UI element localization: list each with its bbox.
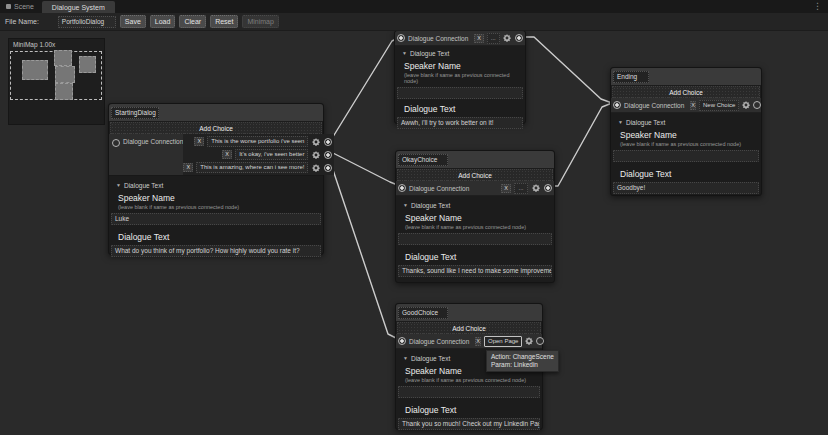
dialogue-text-foldout[interactable]: ▼ Dialogue Text — [402, 50, 524, 57]
gear-icon[interactable] — [503, 34, 512, 43]
gear-icon[interactable] — [525, 337, 533, 346]
choice-row: X This is amazing, where can i see more! — [183, 162, 334, 174]
speaker-name-input[interactable]: Luke — [111, 213, 321, 225]
choice-list: X This is the worse portfolio i've seen … — [183, 134, 334, 175]
minimap-node[interactable] — [54, 50, 72, 66]
node-body: ▼ Dialogue Text Speaker Name (leave blan… — [395, 46, 525, 134]
dialogue-text-input[interactable]: Thank you so much! Check out my Linkedin… — [398, 418, 540, 430]
output-port-icon[interactable] — [544, 184, 552, 192]
connection-title: Dialogue Connection — [408, 35, 468, 42]
speaker-name-input[interactable] — [613, 150, 759, 162]
delete-choice-button[interactable]: X — [501, 184, 511, 193]
tab-dialogue-system[interactable]: Dialogue System — [42, 1, 115, 13]
speaker-hint: (leave blank if same as previous connect… — [118, 204, 322, 210]
input-port-icon[interactable] — [398, 184, 406, 192]
input-port-icon[interactable] — [112, 139, 120, 147]
speaker-hint: (leave blank if same as previous connect… — [405, 224, 553, 230]
gear-icon[interactable] — [742, 101, 750, 110]
file-name-input[interactable]: PortfolioDialog — [58, 16, 116, 28]
node-ending[interactable]: Ending Add Choice Dialogue Connection X … — [610, 67, 762, 196]
speaker-name-label: Speaker Name — [404, 61, 524, 71]
choice-output-port-icon[interactable] — [324, 138, 332, 146]
choice-name-field[interactable]: Open Page — [484, 336, 522, 347]
output-port-icon[interactable] — [753, 101, 761, 109]
node-title-input[interactable]: GoodChoice — [398, 307, 448, 319]
choice-text-input[interactable]: This is the worse portfolio i've seen — [207, 136, 308, 147]
connection-header[interactable]: Dialogue Connection X ... — [395, 31, 525, 46]
minimap-button[interactable]: Minimap — [242, 15, 278, 28]
input-port-icon[interactable] — [397, 34, 405, 42]
delete-choice-button[interactable]: X — [475, 337, 481, 346]
gear-icon[interactable] — [311, 150, 321, 159]
dialogue-text-foldout[interactable]: ▼ Dialogue Text — [403, 202, 553, 209]
reset-button[interactable]: Reset — [210, 15, 238, 28]
connection-header[interactable]: Dialogue Connection X New Choice — [611, 98, 761, 113]
connection-title: Dialogue Connection — [409, 185, 469, 192]
output-port-icon[interactable] — [515, 34, 523, 42]
gear-icon[interactable] — [311, 163, 321, 172]
node-title-input[interactable]: OkayChoice — [398, 154, 448, 166]
node-titlebar[interactable]: GoodChoice — [396, 304, 542, 321]
input-port-icon[interactable] — [398, 337, 406, 345]
add-choice-button[interactable]: Add Choice — [110, 122, 322, 134]
add-choice-button[interactable]: Add Choice — [397, 169, 553, 181]
clear-button[interactable]: Clear — [179, 15, 206, 28]
add-choice-button[interactable]: Add Choice — [397, 322, 541, 334]
speaker-name-input[interactable] — [398, 233, 552, 245]
delete-choice-button[interactable]: X — [474, 34, 483, 43]
foldout-label: Dialogue Text — [411, 202, 450, 209]
node-okay-choice[interactable]: OkayChoice Add Choice Dialogue Connectio… — [395, 150, 555, 283]
dialogue-text-foldout[interactable]: ▼ Dialogue Text — [116, 182, 322, 189]
delete-choice-button[interactable]: X — [194, 137, 204, 146]
delete-choice-button[interactable]: X — [183, 163, 193, 172]
connection-header[interactable]: Dialogue Connection X Open Page — [396, 334, 542, 349]
choice-name-field[interactable]: ... — [487, 33, 500, 44]
minimap-node[interactable] — [22, 60, 48, 80]
node-starting-dialog[interactable]: StartingDialog Add Choice Dialogue Conne… — [108, 103, 324, 255]
delete-choice-button[interactable]: X — [222, 150, 232, 159]
node-bad-response[interactable]: Dialogue Connection X ... ▼ Dialogue Tex… — [394, 30, 526, 124]
foldout-label: Dialogue Text — [124, 182, 163, 189]
minimap-node[interactable] — [79, 56, 96, 73]
tab-scene[interactable]: Scene — [0, 0, 42, 13]
dialogue-text-input[interactable]: Awwh, i'll try to work better on it! — [397, 117, 523, 129]
node-titlebar[interactable]: OkayChoice — [396, 151, 554, 168]
dialogue-text-foldout[interactable]: ▼ Dialogue Text — [618, 119, 760, 126]
choice-text-input[interactable]: It's okay, i've seen better — [235, 149, 308, 160]
node-titlebar[interactable]: Ending — [611, 68, 761, 85]
gear-icon[interactable] — [311, 137, 321, 146]
node-title-input[interactable]: StartingDialog — [111, 107, 159, 119]
window-menu-icon[interactable]: ⋮ — [813, 2, 822, 11]
dialogue-text-input[interactable]: Thanks, sound like I need to make some i… — [398, 265, 552, 277]
node-title-input[interactable]: Ending — [613, 71, 649, 83]
choice-name-field[interactable]: ... — [514, 183, 528, 194]
connection-header[interactable]: Dialogue Connection X ... — [396, 181, 554, 196]
minimap-title-label: MiniMap — [13, 41, 38, 48]
connection-title: Dialogue Connection — [123, 138, 183, 145]
minimap-node[interactable] — [55, 83, 73, 100]
node-titlebar[interactable]: StartingDialog — [109, 104, 323, 121]
node-body: ▼ Dialogue Text Speaker Name (leave blan… — [109, 176, 323, 262]
add-choice-button[interactable]: Add Choice — [612, 86, 760, 98]
speaker-name-input[interactable] — [398, 386, 540, 398]
minimap-panel[interactable]: MiniMap 1.00x — [8, 38, 105, 125]
choice-output-port-icon[interactable] — [324, 164, 332, 172]
scene-icon — [6, 4, 11, 9]
dialogue-text-input[interactable]: What do you think of my portfolio? How h… — [111, 245, 321, 257]
choice-name-field[interactable]: New Choice — [699, 100, 739, 111]
tooltip-param-line: Param: Linkedin — [491, 361, 554, 369]
gear-icon[interactable] — [531, 184, 541, 193]
choice-output-port-icon[interactable] — [324, 151, 332, 159]
minimap-node[interactable] — [55, 66, 75, 83]
tooltip-action-line: Action: ChangeScene — [491, 353, 554, 361]
speaker-hint: (leave blank if same as previous connect… — [404, 72, 524, 84]
delete-choice-button[interactable]: X — [690, 101, 696, 110]
save-button[interactable]: Save — [120, 15, 146, 28]
choice-text-input[interactable]: This is amazing, where can i see more! — [196, 162, 308, 173]
dialogue-text-input[interactable]: Goodbye! — [613, 182, 759, 194]
speaker-name-input[interactable] — [397, 87, 523, 99]
connection-title: Dialogue Connection — [409, 338, 469, 345]
tab-scene-label: Scene — [14, 3, 34, 10]
input-port-icon[interactable] — [613, 101, 621, 109]
load-button[interactable]: Load — [150, 15, 176, 28]
